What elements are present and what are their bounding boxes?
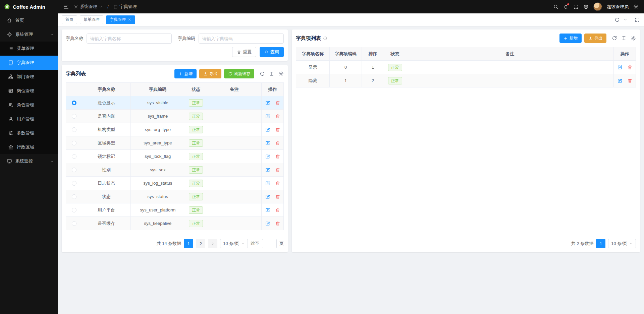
- page-size-select[interactable]: 10 条/页: [220, 239, 248, 248]
- dict-name-input[interactable]: [87, 34, 172, 44]
- sidebar-item-system[interactable]: 系统管理: [0, 27, 58, 42]
- delete-button[interactable]: [627, 77, 633, 84]
- page-size-select[interactable]: 10 条/页: [608, 239, 636, 248]
- row-radio[interactable]: [72, 141, 76, 145]
- sidebar-item-menu-mgmt[interactable]: 菜单管理: [0, 42, 58, 56]
- delete-button[interactable]: [274, 220, 281, 227]
- table-row[interactable]: 状态 sys_status 正常: [66, 190, 284, 203]
- delete-button[interactable]: [274, 180, 281, 187]
- table-row[interactable]: 是否内嵌 sys_frame 正常: [66, 110, 284, 123]
- sidebar-item-dict-mgmt[interactable]: 字典管理: [0, 56, 58, 70]
- row-radio[interactable]: [72, 221, 76, 226]
- delete-button[interactable]: [274, 167, 281, 173]
- edit-button[interactable]: [264, 207, 271, 213]
- dict-code-input[interactable]: [199, 34, 284, 44]
- column-size-icon[interactable]: [269, 71, 274, 76]
- tab-menu-mgmt[interactable]: 菜单管理: [80, 15, 103, 24]
- delete-button[interactable]: [627, 64, 633, 71]
- settings-gear-icon[interactable]: [633, 4, 639, 9]
- delete-button[interactable]: [274, 126, 281, 133]
- add-item-button[interactable]: 新增: [559, 34, 582, 43]
- sidebar-item-dept-mgmt[interactable]: 部门管理: [0, 70, 58, 84]
- export-items-button[interactable]: 导出: [584, 34, 606, 43]
- edit-button[interactable]: [264, 220, 271, 227]
- delete-button[interactable]: [274, 100, 281, 106]
- row-radio[interactable]: [72, 154, 76, 159]
- row-radio[interactable]: [72, 168, 76, 172]
- table-settings-gear-icon[interactable]: [631, 36, 636, 41]
- info-icon[interactable]: [323, 36, 327, 41]
- delete-button[interactable]: [274, 153, 281, 160]
- close-icon[interactable]: [128, 18, 131, 21]
- notification-bell-icon[interactable]: [563, 4, 569, 9]
- table-row[interactable]: 显示 0 1 正常: [296, 61, 636, 74]
- sidebar-item-params-mgmt[interactable]: 参数管理: [0, 126, 58, 140]
- sidebar-item-post-mgmt[interactable]: 岗位管理: [0, 84, 58, 98]
- edit-button[interactable]: [264, 113, 271, 120]
- breadcrumb-current[interactable]: 字典管理: [113, 4, 137, 10]
- tab-dict-mgmt[interactable]: 字典管理: [106, 15, 135, 24]
- refresh-table-icon[interactable]: [612, 36, 617, 41]
- sidebar-item-role-mgmt[interactable]: 角色管理: [0, 98, 58, 112]
- tab-home[interactable]: 首页: [62, 15, 77, 24]
- edit-button[interactable]: [264, 100, 271, 106]
- page-jump-input[interactable]: [262, 239, 277, 248]
- edit-button[interactable]: [264, 193, 271, 200]
- content-fullscreen-icon[interactable]: [635, 17, 640, 22]
- delete-button[interactable]: [274, 113, 281, 120]
- export-button[interactable]: 导出: [199, 69, 221, 78]
- collapse-sidebar-icon[interactable]: [63, 4, 69, 10]
- sidebar-item-region-mgmt[interactable]: 行政区域: [0, 140, 58, 154]
- edit-button[interactable]: [616, 64, 623, 71]
- delete-button[interactable]: [274, 193, 281, 200]
- add-button[interactable]: 新增: [174, 69, 197, 78]
- search-icon[interactable]: [553, 4, 558, 9]
- query-button[interactable]: 查询: [260, 47, 284, 57]
- tab-options-chevron-icon[interactable]: [623, 17, 628, 22]
- translate-icon[interactable]: [583, 4, 589, 9]
- breadcrumb-parent[interactable]: 系统管理: [74, 4, 103, 10]
- refresh-cache-button[interactable]: 刷新缓存: [224, 69, 254, 78]
- status-badge: 正常: [189, 220, 203, 227]
- edit-button[interactable]: [264, 153, 271, 160]
- row-radio[interactable]: [72, 127, 76, 132]
- refresh-table-icon[interactable]: [260, 71, 265, 76]
- row-radio[interactable]: [72, 208, 76, 212]
- edit-button[interactable]: [264, 140, 271, 146]
- row-radio[interactable]: [72, 181, 76, 186]
- table-row[interactable]: 是否显示 sys_visible 正常: [66, 96, 284, 110]
- edit-button[interactable]: [616, 77, 623, 84]
- table-row[interactable]: 日志状态 sys_log_status 正常: [66, 177, 284, 190]
- next-page-button[interactable]: [208, 239, 217, 248]
- sidebar-item-user-mgmt[interactable]: 用户管理: [0, 112, 58, 126]
- table-row[interactable]: 机构类型 sys_org_type 正常: [66, 123, 284, 136]
- table-row[interactable]: 是否缓存 sys_keepalive 正常: [66, 217, 284, 230]
- delete-button[interactable]: [274, 140, 281, 146]
- table-row[interactable]: 区域类型 sys_area_type 正常: [66, 136, 284, 150]
- page-button-1[interactable]: 1: [596, 239, 605, 248]
- sidebar-item-home[interactable]: 首页: [0, 13, 58, 27]
- dict-code-cell: sys_status: [131, 190, 185, 203]
- table-row[interactable]: 用户平台 sys_user_platform 正常: [66, 203, 284, 217]
- table-row[interactable]: 性别 sys_sex 正常: [66, 163, 284, 177]
- avatar[interactable]: [593, 2, 602, 11]
- page-button-1[interactable]: 1: [184, 239, 193, 248]
- reset-button[interactable]: 重置: [232, 47, 256, 57]
- table-row[interactable]: 锁定标记 sys_lock_flag 正常: [66, 150, 284, 163]
- fullscreen-icon[interactable]: [573, 4, 579, 9]
- sidebar-item-monitor[interactable]: 系统监控: [0, 154, 58, 168]
- table-row[interactable]: 隐藏 1 2 正常: [296, 74, 636, 87]
- row-radio[interactable]: [72, 194, 76, 199]
- edit-button[interactable]: [264, 167, 271, 173]
- page-button-2[interactable]: 2: [196, 239, 205, 248]
- edit-button[interactable]: [264, 126, 271, 133]
- edit-button[interactable]: [264, 180, 271, 187]
- refresh-tab-icon[interactable]: [614, 17, 620, 22]
- row-radio[interactable]: [72, 114, 76, 119]
- table-settings-gear-icon[interactable]: [278, 71, 284, 76]
- row-radio[interactable]: [72, 101, 76, 105]
- dict-items-actions: 新增 导出: [559, 34, 636, 43]
- delete-button[interactable]: [274, 207, 281, 213]
- column-size-icon[interactable]: [621, 36, 627, 41]
- dict-code-cell: sys_visible: [131, 96, 185, 110]
